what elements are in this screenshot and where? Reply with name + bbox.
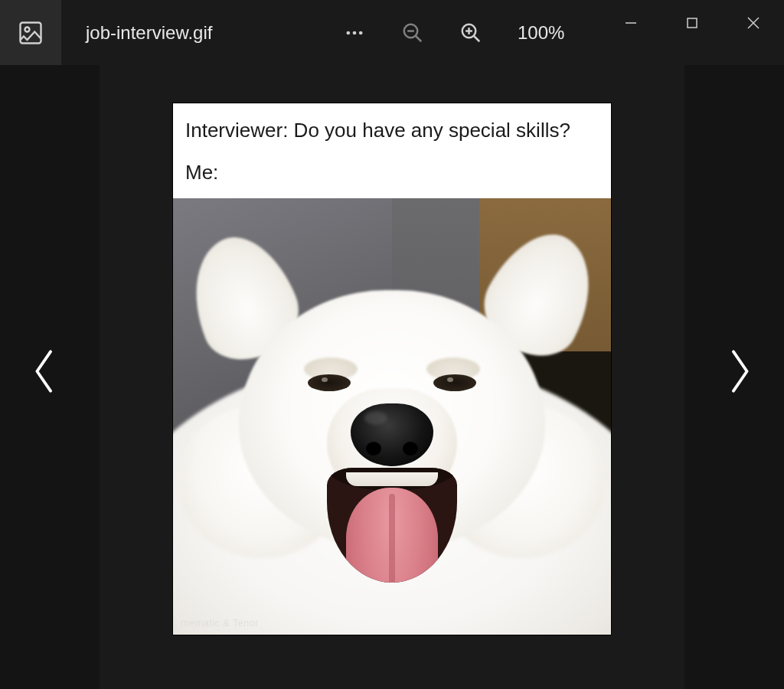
window-controls <box>600 0 784 46</box>
svg-rect-13 <box>688 18 697 28</box>
photos-app-icon <box>17 19 44 47</box>
dog-illustration <box>173 221 611 635</box>
chevron-left-icon <box>29 347 60 396</box>
close-icon <box>746 15 761 31</box>
chevron-right-icon <box>724 347 755 396</box>
minimize-button[interactable] <box>600 0 662 46</box>
viewer-area: Interviewer: Do you have any special ski… <box>0 65 784 689</box>
svg-point-2 <box>347 31 351 34</box>
svg-line-6 <box>416 35 422 41</box>
more-icon <box>344 22 365 44</box>
watermark: mematic & Tenor <box>181 617 259 629</box>
svg-line-9 <box>474 35 480 41</box>
next-image-button[interactable] <box>717 348 763 394</box>
meme-caption: Interviewer: Do you have any special ski… <box>173 103 611 198</box>
svg-point-1 <box>25 27 30 31</box>
meme-photo: mematic & Tenor <box>173 198 611 635</box>
svg-rect-0 <box>21 22 41 43</box>
zoom-in-button[interactable] <box>453 15 488 51</box>
more-button[interactable] <box>337 15 372 51</box>
zoom-level-label: 100% <box>518 22 564 44</box>
close-button[interactable] <box>723 0 784 46</box>
image-content: Interviewer: Do you have any special ski… <box>173 103 611 635</box>
filename-label: job-interview.gif <box>86 22 212 44</box>
previous-image-button[interactable] <box>21 348 67 394</box>
maximize-button[interactable] <box>662 0 723 46</box>
svg-point-4 <box>359 31 363 34</box>
zoom-in-icon <box>459 21 482 44</box>
svg-point-3 <box>353 31 357 34</box>
minimize-icon <box>624 16 638 30</box>
caption-line-1: Interviewer: Do you have any special ski… <box>185 117 599 144</box>
zoom-out-icon <box>401 21 424 44</box>
titlebar: job-interview.gif 100% <box>0 0 784 65</box>
app-icon-button[interactable] <box>0 0 61 65</box>
caption-line-2: Me: <box>185 161 599 184</box>
toolbar-center: 100% <box>337 0 564 65</box>
maximize-icon <box>685 16 699 30</box>
zoom-out-button[interactable] <box>395 15 430 51</box>
